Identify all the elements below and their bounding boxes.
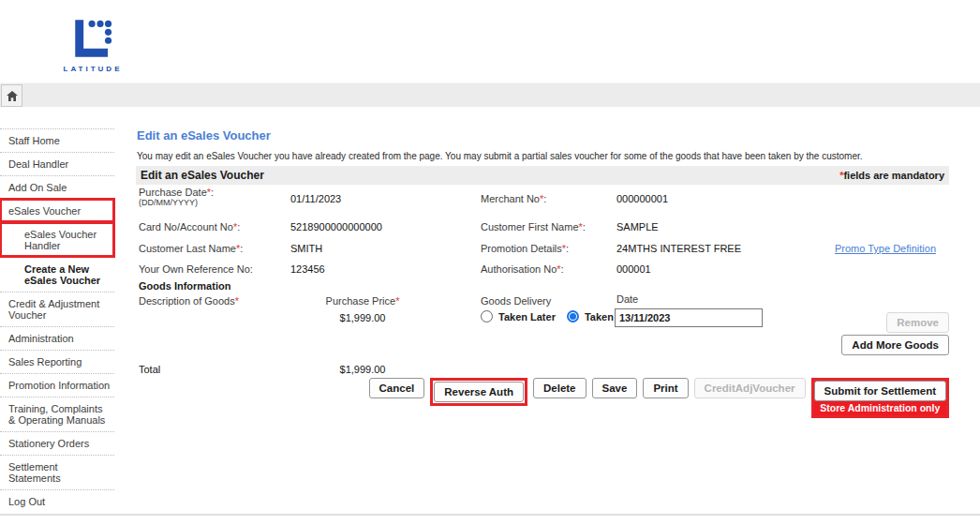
remove-button[interactable]: Remove	[886, 312, 949, 333]
taken-now-radio[interactable]	[567, 310, 579, 322]
add-more-goods-button[interactable]: Add More Goods	[841, 335, 949, 355]
section-header-bar: Edit an eSales Voucher *fields are manda…	[136, 166, 949, 185]
sidebar-item-add-on-sale[interactable]: Add On Sale	[0, 175, 114, 199]
sidebar-item-esales-voucher-handler[interactable]: eSales Voucher Handler	[0, 222, 114, 257]
annotation-box-reverse-auth: Reverse Auth	[430, 378, 527, 406]
page-bottom-divider	[0, 514, 980, 516]
sidebar-item-stationery-orders[interactable]: Stationery Orders	[0, 431, 114, 455]
credit-adj-voucher-button[interactable]: CreditAdjVoucher	[694, 378, 806, 398]
intro-text: You may edit an eSales Voucher you have …	[137, 151, 863, 161]
sidebar: Staff Home Deal Handler Add On Sale eSal…	[0, 128, 121, 513]
promo-type-definition-link[interactable]: Promo Type Definition	[835, 243, 936, 254]
purchase-price-value: $1,999.00	[292, 312, 433, 323]
card-no-value: 5218900000000000	[290, 221, 382, 232]
print-button[interactable]: Print	[643, 378, 688, 398]
annotation-box-submit-settlement: Submit for Settlement Store Administrati…	[811, 378, 949, 418]
sidebar-item-create-new-esales-voucher[interactable]: Create a New eSales Voucher	[0, 257, 114, 292]
save-button[interactable]: Save	[592, 378, 638, 398]
sidebar-item-deal-handler[interactable]: Deal Handler	[0, 152, 114, 175]
own-reference-value: 123456	[290, 263, 325, 275]
date-column-header: Date	[616, 293, 638, 305]
promotion-details-value: 24MTHS INTEREST FREE	[616, 243, 741, 254]
home-button[interactable]	[1, 84, 22, 107]
page-title: Edit an eSales Voucher	[137, 128, 271, 142]
sidebar-item-log-out[interactable]: Log Out	[0, 489, 114, 513]
total-value: $1,999.00	[292, 364, 433, 375]
goods-delivery-column-header: Goods Delivery	[481, 295, 551, 307]
action-button-row: Cancel Reverse Auth Delete Save Print Cr…	[136, 378, 949, 418]
sidebar-item-training-complaints-manuals[interactable]: Training, Complaints & Operating Manuals	[0, 397, 114, 431]
sidebar-item-settlement-statements[interactable]: Settlement Statements	[0, 455, 114, 489]
submit-for-settlement-button[interactable]: Submit for Settlement	[814, 381, 946, 401]
total-label: Total	[139, 364, 160, 375]
sidebar-item-staff-home[interactable]: Staff Home	[0, 128, 114, 152]
customer-last-name-value: SMITH	[290, 243, 322, 254]
purchase-date-label: Purchase Date*: (DD/MM/YYYY)	[139, 187, 214, 207]
home-icon	[7, 91, 18, 101]
purchase-date-format-hint: (DD/MM/YYYY)	[139, 198, 214, 207]
goods-information-header: Goods Information	[139, 280, 230, 292]
sidebar-item-administration[interactable]: Administration	[0, 326, 114, 350]
page: LATITUDE Staff Home Deal Handler Add On …	[0, 0, 980, 525]
mandatory-note: *fields are mandatory	[839, 170, 944, 181]
sidebar-item-promotion-information[interactable]: Promotion Information	[0, 373, 114, 397]
customer-last-name-label: Customer Last Name*:	[139, 243, 243, 254]
store-administration-note: Store Administration only	[814, 401, 946, 415]
own-reference-label: Your Own Reference No:	[139, 263, 253, 275]
promotion-details-label: Promotion Details*:	[481, 243, 569, 254]
merchant-no-value: 000000001	[616, 193, 668, 204]
card-no-label: Card No/Account No*:	[139, 221, 240, 232]
merchant-no-label: Merchant No*:	[481, 193, 546, 204]
delete-button[interactable]: Delete	[533, 378, 587, 398]
purchase-date-value: 01/11/2023	[290, 193, 341, 204]
reverse-auth-button[interactable]: Reverse Auth	[434, 382, 524, 402]
taken-later-label: Taken Later	[498, 311, 556, 322]
sidebar-item-sales-reporting[interactable]: Sales Reporting	[0, 350, 114, 373]
taken-later-radio[interactable]	[481, 310, 493, 322]
customer-first-name-value: SAMPLE	[616, 221, 659, 232]
sidebar-item-esales-voucher[interactable]: eSales Voucher	[0, 199, 114, 222]
cancel-button[interactable]: Cancel	[369, 378, 425, 398]
authorisation-no-value: 000001	[616, 263, 651, 275]
authorisation-no-label: Authorisation No*:	[481, 263, 564, 275]
customer-first-name-label: Customer First Name*:	[481, 221, 586, 232]
section-header-title: Edit an eSales Voucher	[141, 169, 264, 182]
sidebar-item-credit-adjustment-voucher[interactable]: Credit & Adjustment Voucher	[0, 292, 114, 326]
latitude-logo: LATITUDE	[60, 15, 126, 73]
description-of-goods-column-header: Description of Goods*	[139, 295, 239, 307]
latitude-wordmark: LATITUDE	[60, 65, 126, 73]
latitude-logo-icon	[69, 15, 116, 62]
delivery-date-input[interactable]	[615, 308, 763, 327]
breadcrumb-bar	[0, 82, 980, 107]
purchase-price-column-header: Purchase Price*	[292, 295, 433, 307]
